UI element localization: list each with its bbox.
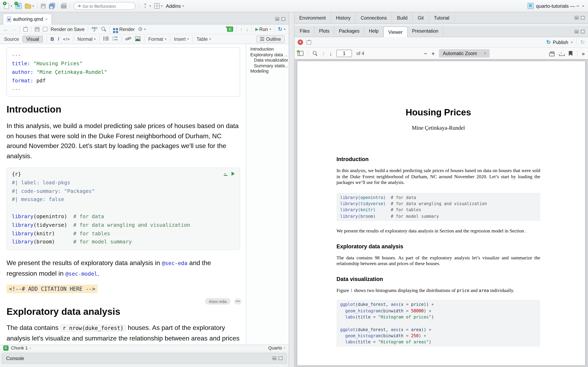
- link-icon[interactable]: [125, 36, 131, 42]
- chunk-position-label[interactable]: Chunk 1: [11, 345, 28, 350]
- tab-files[interactable]: Files: [295, 26, 315, 37]
- new-project-button[interactable]: R+: [15, 3, 21, 9]
- version-control-button[interactable]: +− ▾: [143, 3, 151, 9]
- render-on-save-checkbox[interactable]: [43, 27, 47, 31]
- yaml-metadata-block[interactable]: ---title: "Housing Prices"author: "Mine …: [7, 47, 240, 97]
- back-icon[interactable]: ←: [3, 26, 8, 32]
- maximize-pane-icon[interactable]: [281, 17, 285, 21]
- image-icon[interactable]: [135, 36, 140, 42]
- project-menu[interactable]: R quarto-tutorials — ~ ▾: [527, 3, 584, 9]
- goto-file-input[interactable]: [83, 3, 128, 8]
- tab-environment[interactable]: Environment: [294, 12, 331, 23]
- run-chunk-icon[interactable]: [232, 171, 235, 175]
- find-replace-icon[interactable]: [101, 26, 106, 32]
- tab-authoring-qmd[interactable]: authoring.qmd ×: [3, 13, 52, 25]
- paragraph-intro[interactable]: In this analysis, we build a model predi…: [7, 121, 242, 161]
- publish-button[interactable]: ↻ Publish ▾: [546, 39, 572, 45]
- zoom-level-select[interactable]: Automatic Zoom ▾: [439, 49, 490, 58]
- heading-introduction[interactable]: Introduction: [7, 103, 240, 115]
- maximize-pane-icon[interactable]: [581, 16, 585, 20]
- save-all-icon[interactable]: [49, 4, 54, 9]
- tab-viewer[interactable]: Viewer: [383, 26, 407, 37]
- maximize-pane-icon[interactable]: [581, 30, 585, 33]
- tab-plots[interactable]: Plots: [315, 26, 334, 37]
- minimize-pane-icon[interactable]: [275, 17, 279, 21]
- popout-icon[interactable]: [307, 40, 311, 44]
- code-button[interactable]: </>: [63, 37, 70, 41]
- stop-icon[interactable]: ✕: [298, 40, 303, 45]
- console-pane-header[interactable]: Console: [2, 353, 287, 364]
- pdf-viewer-area[interactable]: Housing Prices Mine Çetinkaya-Rundel Int…: [294, 59, 588, 367]
- refresh-viewer-icon[interactable]: ↻: [580, 39, 585, 45]
- tab-git[interactable]: Git: [413, 12, 429, 23]
- page-number-input[interactable]: [337, 50, 352, 57]
- source-mode-button[interactable]: Source: [4, 36, 19, 42]
- forward-icon[interactable]: →: [11, 26, 16, 32]
- pdf-print-icon[interactable]: [549, 52, 554, 56]
- zoom-in-icon[interactable]: +: [432, 50, 435, 57]
- heading-eda[interactable]: Exploratory data analysis: [7, 305, 240, 318]
- minimize-pane-icon[interactable]: [272, 356, 277, 360]
- minimize-pane-icon[interactable]: [575, 16, 579, 20]
- goto-file-search[interactable]: ➜: [73, 2, 136, 10]
- tab-tutorial[interactable]: Tutorial: [429, 12, 455, 23]
- zoom-out-icon[interactable]: −: [424, 50, 427, 57]
- workspace-panes-button[interactable]: ▾: [154, 3, 163, 8]
- paragraph-style-select[interactable]: Normal ▾: [77, 36, 95, 42]
- tab-build[interactable]: Build: [392, 12, 413, 23]
- outline-item-summary-statistics[interactable]: Summary statis…: [250, 63, 288, 68]
- insert-chunk-icon[interactable]: C: [227, 26, 233, 32]
- save-icon[interactable]: [41, 3, 46, 8]
- insert-menu[interactable]: Insert ▾: [174, 36, 189, 42]
- italic-button[interactable]: I: [58, 36, 59, 42]
- close-icon[interactable]: ×: [45, 17, 48, 22]
- spellcheck-icon[interactable]: ABC✓: [91, 27, 98, 32]
- previous-page-icon[interactable]: ↑: [322, 50, 325, 57]
- open-folder-icon: [25, 4, 31, 8]
- next-page-icon[interactable]: ↓: [329, 50, 332, 57]
- tab-presentation[interactable]: Presentation: [407, 26, 443, 37]
- code-chunk-load-pkgs[interactable]: {r}#| label: load-pkgs#| code-summary: "…: [7, 167, 240, 250]
- format-menu[interactable]: Format ▾: [148, 36, 166, 42]
- run-next-icon[interactable]: ↓: [246, 26, 249, 32]
- popout-icon[interactable]: [23, 27, 28, 31]
- tab-packages[interactable]: Packages: [334, 26, 364, 37]
- outline-toggle-button[interactable]: Outline: [256, 35, 285, 43]
- render-settings-button[interactable]: ⚙ ▾: [138, 26, 146, 32]
- render-button[interactable]: Render: [113, 27, 135, 32]
- tab-help[interactable]: Help: [364, 26, 383, 37]
- pdf-download-icon[interactable]: [559, 51, 564, 56]
- sidebar-toggle-icon[interactable]: [298, 51, 303, 56]
- numbered-list-icon[interactable]: 12: [112, 36, 118, 42]
- paragraph-crossrefs[interactable]: We present the results of exploratory da…: [7, 258, 242, 279]
- document-mode-label[interactable]: Quarto: [268, 345, 282, 350]
- outline-item-eda[interactable]: Exploratory data …: [250, 52, 288, 58]
- visual-mode-button[interactable]: Visual: [23, 36, 43, 42]
- tab-connections[interactable]: Connections: [356, 12, 392, 23]
- maximize-pane-icon[interactable]: [278, 356, 283, 360]
- outline-item-modeling[interactable]: Modeling: [250, 68, 288, 74]
- addins-menu[interactable]: Addins ▾: [166, 3, 184, 9]
- run-chunks-above-icon[interactable]: [224, 171, 227, 176]
- paragraph-eda[interactable]: The data contains r nrow(duke_forest) ho…: [7, 323, 242, 345]
- save-document-icon[interactable]: [35, 27, 40, 32]
- outline-item-data-visualization[interactable]: Data visualization: [250, 58, 288, 63]
- outline-item-introduction[interactable]: Introduction: [250, 47, 288, 52]
- section-options-button[interactable]: •••: [234, 298, 242, 304]
- new-file-button[interactable]: + ▾: [4, 3, 12, 9]
- minimize-pane-icon[interactable]: [575, 30, 579, 33]
- more-tools-icon[interactable]: »: [582, 50, 585, 57]
- bullet-list-icon[interactable]: [103, 36, 109, 42]
- run-previous-icon[interactable]: ↑: [240, 26, 243, 32]
- visual-editor-canvas[interactable]: ---title: "Housing Prices"author: "Mine …: [0, 44, 246, 345]
- source-document-button[interactable]: ↻ ▾: [278, 26, 285, 32]
- tab-history[interactable]: History: [331, 12, 356, 23]
- bold-button[interactable]: B: [51, 36, 54, 42]
- bookmark-icon[interactable]: [569, 51, 572, 56]
- run-button[interactable]: ▶ Run ▾: [255, 27, 271, 32]
- open-file-button[interactable]: ▾: [25, 3, 34, 8]
- pdf-search-icon[interactable]: [313, 51, 318, 56]
- table-menu[interactable]: Table ▾: [197, 36, 211, 42]
- html-comment-citation[interactable]: <!--# ADD CITATION HERE -->: [7, 285, 98, 293]
- print-icon[interactable]: [61, 4, 67, 8]
